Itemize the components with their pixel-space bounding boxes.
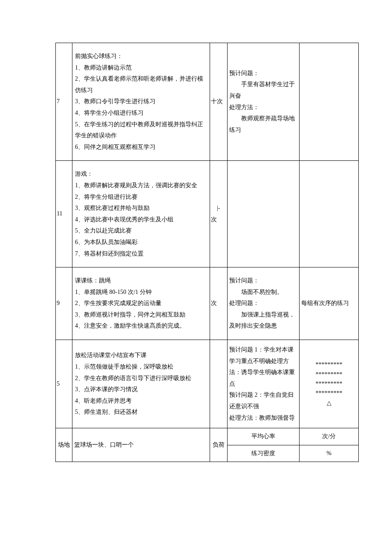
metric-label-cell: 练习密度 [228,445,300,462]
load-label-cell: 负荷 [210,428,228,462]
document-page: 7 前抛实心球练习： 1、教师边讲解边示范 2、学生认真看老师示范和听老师讲解，… [0,0,392,488]
activity-cell: 游戏： 1、教师讲解比赛规则及方法，强调比赛的安全 2、将学生分组进行比赛 3、… [72,161,210,267]
activity-cell: 放松活动课堂小结宣布下课 1、示范领做徒手放松操，深呼吸放松 2、学生在教师的语… [72,340,210,428]
table-row: 7 前抛实心球练习： 1、教师边讲解边示范 2、学生认真看老师示范和听老师讲解，… [56,43,359,161]
issue-cell: 预计问题 1：学生对本课学习重点不明确处理方法：诱导学生明确本课重点 预计问题 … [228,340,300,428]
note-cell [300,161,359,267]
table-row: 5 放松活动课堂小结宣布下课 1、示范领做徒手放松操，深呼吸放松 2、学生在教师… [56,340,359,428]
issue-cell: 预计问题： 手里有器材学生过于兴奋 处理方法： 教师观察并疏导场地练习 [228,43,300,161]
footer-row-1: 场地 篮球场一块、口哨一个 负荷 平均心率 次/分 [56,428,359,445]
issue-cell: 预计问题： 场面不易控制。 处理问题： 加强课上指导巡视，及时排出安全隐患 [228,267,300,340]
count-cell: 十次 [210,43,228,161]
time-cell: 5 [56,340,72,428]
site-label-cell: 场地 [56,428,72,462]
count-cell [210,340,228,428]
count-cell: |- 次 [210,161,228,267]
time-cell: 9 [56,267,72,340]
table-row: 11 游戏： 1、教师讲解比赛规则及方法，强调比赛的安全 2、将学生分组进行比赛… [56,161,359,267]
issue-cell [228,161,300,267]
metric-value-cell: 次/分 [300,428,359,445]
note-cell [300,43,359,161]
time-cell: 7 [56,43,72,161]
activity-cell: 前抛实心球练习： 1、教师边讲解边示范 2、学生认真看老师示范和听老师讲解，并进… [72,43,210,161]
lesson-plan-table: 7 前抛实心球练习： 1、教师边讲解边示范 2、学生认真看老师示范和听老师讲解，… [55,43,359,462]
count-cell: 次 [210,267,228,340]
site-value-cell: 篮球场一块、口哨一个 [72,428,210,462]
metric-value-cell: % [300,445,359,462]
note-stars-cell: ********* ********* ********* ********* … [300,340,359,428]
time-cell: 11 [56,161,72,267]
note-cell: 每组有次序的练习 [300,267,359,340]
metric-label-cell: 平均心率 [228,428,300,445]
activity-cell: 课课练：跳绳 1、单摇跳绳 80-150 次/1 分钟 2、学生按要求完成规定的… [72,267,210,340]
table-row: 9 课课练：跳绳 1、单摇跳绳 80-150 次/1 分钟 2、学生按要求完成规… [56,267,359,340]
